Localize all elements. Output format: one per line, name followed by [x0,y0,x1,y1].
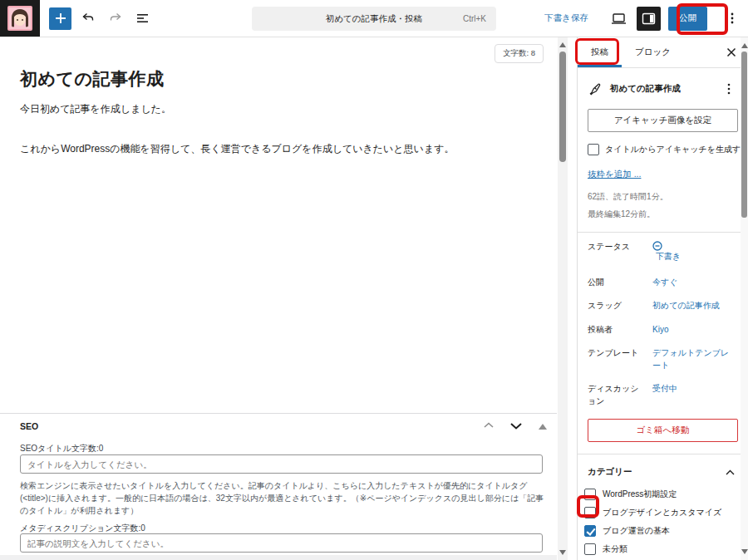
post-actions-button[interactable] [718,81,740,97]
template-value[interactable]: デフォルトテンプレート [652,347,732,371]
block-inserter-button[interactable] [49,7,71,30]
publish-date-value[interactable]: 今すぐ [652,277,732,289]
undo-button[interactable] [77,7,99,29]
slug-value[interactable]: 初めての記事作成 [652,300,732,312]
discussion-row: ディスカッション 受付中 [588,383,738,407]
status-label: ステータス [588,241,642,265]
category-label: ブログ運営の基本 [603,525,670,537]
command-palette-title: 初めての記事作成・投稿 [326,13,422,25]
category-item: ブログ運営の基本 [584,525,738,537]
category-checkbox-1[interactable] [584,507,596,518]
redo-button[interactable] [105,7,126,29]
publish-date-label: 公開 [588,277,642,289]
content-scrollbar[interactable] [558,37,568,560]
category-label: WordPress初期設定 [603,489,677,500]
seo-title-input[interactable] [20,454,543,474]
options-menu-button[interactable] [721,7,743,29]
chevron-up-icon [482,420,495,430]
move-to-trash-button[interactable]: ゴミ箱へ移動 [588,419,738,442]
slug-row: スラッグ 初めての記事作成 [588,300,738,312]
generate-featured-checkbox[interactable] [588,144,599,155]
list-view-button[interactable] [132,7,154,29]
post-summary-row: 初めての記事作成 [578,68,748,97]
sidebar-panel-icon [641,11,657,27]
category-item: WordPress初期設定 [584,489,738,500]
set-featured-image-button[interactable]: アイキャッチ画像を設定 [588,109,738,132]
status-value[interactable]: 下書き [652,241,732,265]
last-edited-info: 最終編集12分前。 [588,209,738,220]
category-checkbox-0[interactable] [584,489,596,500]
categories-collapse-button[interactable] [724,468,736,477]
add-excerpt-link[interactable]: 抜粋を追加 ... [588,169,641,180]
scroll-down-icon[interactable] [741,549,748,554]
paragraph-block[interactable]: 今日初めて記事を作成しました。 [20,102,171,116]
category-checkbox-3[interactable] [584,543,596,555]
author-label: 投稿者 [588,324,642,336]
chevron-down-icon [509,420,524,431]
seo-metabox-title: SEO [20,421,38,431]
meta-description-count-label: メタディスクリプション文字数:0 [20,523,145,534]
chevron-up-icon [726,469,735,475]
content-scrollbar-thumb[interactable] [559,52,566,162]
sidebar-tabs: 投稿 ブロック [578,37,748,68]
post-pen-icon [588,82,602,96]
status-row: ステータス 下書き [588,241,738,265]
metabox-scroll-up-icon[interactable] [539,424,547,430]
kebab-menu-icon [723,82,735,96]
discussion-label: ディスカッション [588,383,642,407]
category-label: ブログデザインとカスタマイズ [603,507,721,518]
category-item: 未分類 [584,543,738,555]
close-icon [726,47,736,57]
draft-status-icon [652,241,732,251]
preview-button[interactable] [608,7,629,29]
wordpress-editor: 初めての記事作成・投稿 Ctrl+K 下書き保存 [0,0,748,560]
author-value[interactable]: Kiyo [652,324,732,336]
desktop-preview-icon [610,10,627,27]
editor-topbar: 初めての記事作成・投稿 Ctrl+K 下書き保存 [0,0,748,37]
tab-post[interactable]: 投稿 [578,37,622,67]
metabox-move-down-button[interactable] [509,420,524,431]
author-row: 投稿者 Kiyo [588,324,738,336]
paragraph-block[interactable]: これからWordPressの機能を習得して、長く運営できるブログを作成していきた… [20,142,454,156]
word-count-info: 62語、読了時間1分。 [588,191,738,203]
scroll-up-icon[interactable] [559,42,566,47]
redo-icon [107,10,124,27]
template-row: テンプレート デフォルトテンプレート [588,347,738,371]
discussion-value[interactable]: 受付中 [652,383,732,407]
slug-label: スラッグ [588,300,642,312]
settings-sidebar-toggle-button[interactable] [637,7,661,31]
publish-button[interactable]: 公開 [668,7,707,31]
post-settings-rows: ステータス 下書き 公開 今すぐ スラッグ 初めての記事作成 投稿者 Kiyo … [578,233,748,407]
category-checkbox-2[interactable] [584,525,596,537]
command-palette[interactable]: 初めての記事作成・投稿 Ctrl+K [252,7,496,31]
seo-title-help-text: 検索エンジンに表示させたいタイトルを入力してください。記事のタイトルより、こちら… [20,479,550,518]
publish-date-row: 公開 今すぐ [588,277,738,289]
topbar-actions: 下書き保存 公開 [544,7,748,31]
sidebar-scrollbar[interactable] [741,37,748,560]
seo-metabox: SEO SEOタイトル文字数:0 検索エンジンに表示させたいタイトルを入力してく… [0,413,557,555]
undo-icon [80,10,96,27]
save-draft-button[interactable]: 下書き保存 [544,12,588,24]
kebab-menu-icon [725,11,740,26]
generate-featured-label: タイトルからアイキャッチを生成する [605,144,748,155]
post-title-block[interactable]: 初めての記事作成 [20,67,164,91]
post-summary-title: 初めての記事作成 [610,83,681,95]
categories-list: WordPress初期設定 ブログデザインとカスタマイズ ブログ運営の基本 未分… [584,489,738,555]
seo-title-count-label: SEOタイトル文字数:0 [20,443,103,454]
command-palette-shortcut: Ctrl+K [463,14,486,23]
sidebar-divider [578,454,748,454]
scroll-down-icon[interactable] [559,550,566,555]
editor-canvas: 文字数: 8 初めての記事作成 今日初めて記事を作成しました。 これからWord… [0,37,557,413]
category-label: 未分類 [603,543,627,555]
template-label: テンプレート [588,347,642,371]
plus-icon [55,12,66,24]
metabox-pane-edge [0,555,557,560]
metabox-move-up-button[interactable] [482,420,495,430]
tab-block[interactable]: ブロック [622,37,684,67]
generate-featured-row: タイトルからアイキャッチを生成する [588,144,741,155]
sidebar-scrollbar-thumb[interactable] [741,52,747,218]
site-logo-button[interactable] [0,0,40,37]
site-avatar-icon [7,6,32,31]
scroll-up-icon[interactable] [741,43,748,48]
meta-description-input[interactable] [20,533,543,553]
